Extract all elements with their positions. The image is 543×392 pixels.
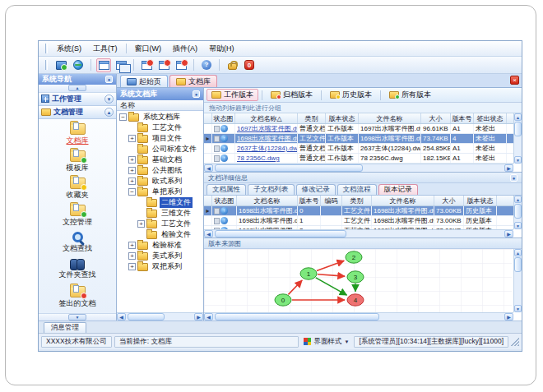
close-group-button[interactable] <box>156 58 171 72</box>
column-header-版本状态[interactable]: 版本状态 <box>326 113 359 123</box>
message-manager-tab[interactable]: 消息管理 <box>44 322 86 333</box>
version-button-工作版本[interactable]: 工作版本 <box>207 89 258 101</box>
tree-node-双把系列[interactable]: +双把系列 <box>117 261 203 272</box>
column-header-文件名称[interactable]: 文件名称 <box>359 113 421 123</box>
tree-node-基础文档[interactable]: +基础文档 <box>117 154 203 165</box>
table-horizontal-scrollbar[interactable]: ◀ ▶ <box>204 164 513 172</box>
exit-button[interactable]: 0 <box>242 58 257 72</box>
pin-icon[interactable]: ● <box>193 90 200 98</box>
detail-tab-文档属性[interactable]: 文档属性 <box>207 184 246 195</box>
collapse-icon[interactable]: − <box>128 188 136 196</box>
sidebar-item-模板库[interactable]: 模板库 <box>39 150 116 178</box>
tree-node-检验文件[interactable]: 检验文件 <box>117 229 203 240</box>
tree-node-三维文件[interactable]: 三维文件 <box>117 208 203 219</box>
version-button-历史版本[interactable]: 历史版本 <box>325 89 377 101</box>
document-link[interactable]: 78 2356C.dwg <box>237 154 280 162</box>
tree-node-二维文件[interactable]: 二维文件 <box>117 197 203 208</box>
group-by-bar[interactable]: 拖动列标题到此进行分组 <box>204 103 522 113</box>
column-header-文档名称[interactable]: 文档名称 <box>237 196 298 205</box>
scrollbar-thumb[interactable] <box>514 204 522 219</box>
scroll-left-icon[interactable]: ◀ <box>117 313 126 321</box>
tree-node-欧式系列[interactable]: +欧式系列 <box>117 176 203 187</box>
menu-grip[interactable] <box>45 44 48 53</box>
scroll-right-icon[interactable]: ▶ <box>194 313 203 321</box>
column-header-版本号[interactable]: 版本号 <box>298 196 321 205</box>
menu-item[interactable]: 工具(T) <box>87 42 123 56</box>
expand-icon[interactable]: + <box>128 263 136 270</box>
table-vertical-scrollbar[interactable]: ▲ ▼ <box>513 196 522 229</box>
scroll-down-icon[interactable]: ▼ <box>514 305 522 312</box>
table-row[interactable]: ↑2637主体(12284).dwg普通文档工作版本2637主体(12284).… <box>204 144 522 154</box>
tab-文档库[interactable]: 文档库 <box>169 75 217 87</box>
scroll-left-icon[interactable]: ◀ <box>204 313 213 321</box>
expand-icon[interactable]: + <box>128 156 136 164</box>
detail-tab-修改记录[interactable]: 修改记录 <box>296 184 336 195</box>
toolbar-grip[interactable] <box>45 60 48 70</box>
graph-vertical-scrollbar[interactable]: ▲ ▼ <box>513 249 522 312</box>
windows-list-button[interactable] <box>114 58 128 72</box>
document-link[interactable]: 2637主体(12284).dwg <box>237 144 298 153</box>
table-row[interactable]: ▸↑1698出水嘴零件图.dwg工艺文件工作版本1698出水嘴零件图.dwg73… <box>204 134 522 144</box>
close-window-button[interactable] <box>139 58 154 72</box>
expand-icon[interactable]: + <box>128 242 136 249</box>
tree-horizontal-scrollbar[interactable]: ◀ ▶ <box>117 312 203 321</box>
scroll-up-icon[interactable]: ▲ <box>514 249 522 256</box>
menu-item[interactable]: 插件(A) <box>167 42 203 56</box>
column-header-文档名称[interactable]: 文档名称 △ <box>235 113 298 123</box>
sidebar-item-文件夹查找[interactable]: 文件夹查找 <box>39 259 116 286</box>
version-button-所有版本[interactable]: 所有版本 <box>384 89 436 101</box>
detail-tab-版本记录[interactable]: 版本记录 <box>378 184 418 195</box>
scroll-right-icon[interactable]: ▶ <box>504 164 513 172</box>
version-graph-canvas[interactable]: 01234 <box>204 249 512 313</box>
scroll-right-icon[interactable]: ▶ <box>504 230 513 238</box>
scrollbar-thumb[interactable] <box>514 122 522 136</box>
window-button[interactable] <box>96 58 111 72</box>
tree-node-公司标准文件[interactable]: 公司标准文件 <box>117 144 203 154</box>
expand-icon[interactable]: + <box>128 252 136 260</box>
desktop-button[interactable] <box>53 58 68 72</box>
menu-item[interactable]: 窗口(W) <box>129 42 168 56</box>
expand-icon[interactable]: + <box>128 167 136 174</box>
detail-tab-子文档列表[interactable]: 子文档列表 <box>248 184 295 195</box>
chevron-down-icon[interactable]: ▼ <box>68 314 86 321</box>
globe-button[interactable] <box>71 58 86 72</box>
sidebar-item-文控管理[interactable]: 文控管理 <box>39 205 116 232</box>
menu-item[interactable]: 帮助(H) <box>203 42 240 56</box>
column-header-版本号[interactable]: 版本号 <box>451 113 474 123</box>
scrollbar-thumb[interactable] <box>514 257 522 272</box>
column-header-大小[interactable]: 大小 <box>421 113 451 123</box>
expand-icon[interactable]: + <box>137 220 145 228</box>
tree-node-美式系列[interactable]: +美式系列 <box>117 251 203 261</box>
expand-icon[interactable]: + <box>128 178 136 185</box>
lock-button[interactable] <box>225 58 239 72</box>
pin-icon[interactable]: ● <box>105 76 113 83</box>
column-header-状态图[interactable]: 状态图 <box>212 113 235 123</box>
scroll-down-icon[interactable]: ▼ <box>514 156 522 164</box>
scroll-left-icon[interactable]: ◀ <box>204 164 213 172</box>
document-link[interactable]: 1697出水嘴零件图.dwg <box>237 124 298 133</box>
column-header-类别[interactable]: 类别 <box>298 113 326 123</box>
tab-起始页[interactable]: 起始页 <box>120 75 168 87</box>
scroll-left-icon[interactable]: ◀ <box>204 230 213 238</box>
resize-grip[interactable] <box>511 338 519 346</box>
sidebar-panel-doc-management[interactable]: 文档管理▲ <box>39 106 116 119</box>
ui-style-dropdown[interactable]: 界面样式 ▼ <box>301 336 351 348</box>
tree-node-项目文件[interactable]: +项目文件 <box>117 133 203 144</box>
scroll-up-icon[interactable]: ▲ <box>514 196 522 203</box>
scrollbar-thumb[interactable] <box>128 313 165 321</box>
column-header-大小[interactable]: 大小 <box>434 196 464 205</box>
sidebar-panel-work-management[interactable]: 工作管理▼ <box>39 93 116 106</box>
close-all-button[interactable] <box>174 58 188 72</box>
scroll-right-icon[interactable]: ▶ <box>504 313 513 321</box>
detail-tab-文档流程[interactable]: 文档流程 <box>337 184 377 195</box>
chevron-up-icon[interactable]: ▲ <box>68 85 86 91</box>
tree-node-检验标准[interactable]: +检验标准 <box>117 240 203 251</box>
column-header-编码[interactable]: 编码 <box>321 196 342 205</box>
scroll-down-icon[interactable]: ▼ <box>514 222 522 229</box>
column-header-文件名称[interactable]: 文件名称 <box>372 196 434 205</box>
scrollbar-thumb[interactable] <box>215 164 363 172</box>
scrollbar-thumb[interactable] <box>215 230 346 238</box>
column-header-版本状态[interactable]: 版本状态 <box>464 196 497 205</box>
table-row[interactable]: ↑78 2356C.dwg普通文档工作版本78 2356C.dwg182.15K… <box>204 154 522 164</box>
tree-node-工艺文件[interactable]: 工艺文件 <box>117 122 203 133</box>
